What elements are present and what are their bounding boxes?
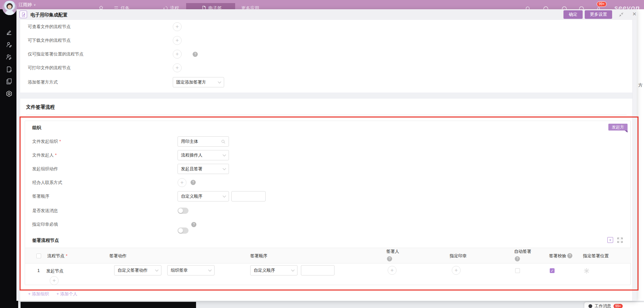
chevron-down-icon [218, 80, 221, 83]
clipped-page-text: 方 [638, 82, 643, 88]
modal-title: 电子用印集成配置 [31, 12, 68, 18]
col-position: 指定签署位置 [583, 253, 609, 259]
select-all-checkbox[interactable] [36, 254, 41, 258]
settings-icon[interactable] [562, 6, 567, 9]
work-message-label: 工作消息 [595, 303, 611, 308]
tab-more-apps[interactable]: 更多应用 [241, 5, 259, 9]
current-user[interactable]: 江雨婷 ∨ [19, 2, 36, 8]
chevron-down-icon [208, 268, 212, 271]
sign-order-select[interactable]: 自定义顺序 [178, 191, 229, 201]
verify-checkbox[interactable]: ✓ [550, 268, 555, 273]
settings-hex-icon[interactable] [6, 90, 12, 97]
sign-flow-card: 文件签署流程 组织 发起方 文件发起组织* 用印主体 文件发起人* 流程操作人 … [20, 99, 632, 301]
modal-header: 电子用印集成配置 确定 更多设置 ✕ [16, 9, 637, 20]
work-message-widget[interactable]: 工作消息 99+ [584, 302, 644, 308]
help-icon[interactable]: ? [567, 253, 572, 258]
add-signer-mode-select[interactable]: 固定添加签署方 [173, 77, 224, 87]
chevron-down-icon: ∨ [34, 3, 36, 7]
apps-icon[interactable] [579, 6, 584, 9]
esign-icon [202, 6, 206, 9]
row-order-value-input[interactable] [301, 265, 335, 275]
left-sidebar [0, 9, 18, 308]
row-seal-type-select[interactable]: 组织签章 [167, 265, 215, 275]
divider [26, 115, 627, 115]
initiator-select[interactable]: 流程操作人 [178, 150, 229, 160]
position-gear-icon[interactable] [584, 268, 590, 274]
row-node-name: 发起节点 [46, 268, 63, 274]
message-icon [588, 304, 592, 308]
field-label: 文件发起人* [32, 150, 57, 160]
nodes-title: 签署流程节点 [32, 237, 59, 244]
search-icon [221, 139, 226, 144]
modal-scrollbar[interactable] [632, 20, 636, 301]
avatar[interactable] [2, 1, 17, 15]
add-row-button[interactable]: + [607, 237, 613, 243]
add-seal-button[interactable]: + [452, 266, 461, 275]
esign-config-modal: 电子用印集成配置 确定 更多设置 ✕ 可查看文件的流程节点 + 可下载文件的流程… [16, 9, 637, 301]
search-icon[interactable] [525, 6, 531, 9]
field-label: 可打印文件的流程节点 [28, 63, 71, 73]
help-icon[interactable]: ? [387, 256, 392, 261]
tasks-icon [114, 6, 119, 9]
copy-icon[interactable] [6, 78, 12, 85]
add-node-button[interactable]: + [173, 36, 182, 45]
add-organization-link[interactable]: + 添加组织 [28, 291, 49, 297]
home-icon[interactable] [99, 5, 104, 9]
col-signer: 签署人 [386, 249, 399, 255]
workflow-icon [163, 6, 168, 9]
organization-box: 组织 发起方 文件发起组织* 用印主体 文件发起人* 流程操作人 发起组织动作 … [25, 121, 631, 285]
field-label: 签署顺序 [32, 191, 49, 201]
help-icon[interactable]: ? [191, 222, 196, 227]
tab-tasks[interactable]: 任务 [114, 5, 130, 9]
chevron-down-icon [291, 268, 295, 271]
add-signer-button[interactable]: + [388, 266, 397, 275]
person-sign-icon[interactable] [6, 41, 12, 48]
help-icon[interactable]: ? [191, 180, 196, 185]
sign-icon[interactable] [6, 29, 12, 36]
confirm-button[interactable]: 确定 [563, 10, 583, 19]
add-person-link[interactable]: + 添加个人 [57, 291, 77, 297]
initiator-ribbon: 发起方 [608, 124, 628, 131]
notification-badge: 99+ [597, 1, 607, 7]
document-sign-icon[interactable] [6, 66, 12, 73]
row-order-select[interactable]: 自定义顺序 [250, 265, 297, 275]
close-icon[interactable]: ✕ [632, 11, 637, 18]
field-label: 可查看文件的流程节点 [28, 22, 71, 32]
add-node-row-button[interactable]: + [50, 276, 59, 285]
shrink-icon[interactable] [619, 12, 624, 17]
help-icon[interactable]: ? [193, 52, 198, 57]
sign-order-value-input[interactable] [231, 191, 266, 201]
tab-esign[interactable]: 电子签 [202, 5, 222, 9]
expand-icon[interactable] [617, 237, 623, 243]
username: 江雨婷 [19, 2, 32, 8]
add-node-button[interactable]: + [173, 63, 182, 72]
chevron-down-icon [223, 167, 226, 170]
org-action-select[interactable]: 发起且签署 [178, 164, 229, 174]
col-seal: 指定印章 [450, 253, 467, 259]
seal-required-toggle[interactable] [178, 227, 189, 234]
chevron-down-icon [155, 268, 159, 271]
permissions-card: 可查看文件的流程节点 + 可下载文件的流程节点 + 仅可指定签署位置的流程节点 … [20, 20, 632, 93]
help-icon[interactable] [543, 6, 548, 9]
add-node-button[interactable]: + [173, 50, 182, 59]
add-contact-button[interactable]: + [178, 178, 186, 187]
field-label: 文件发起组织* [32, 136, 61, 147]
send-message-toggle[interactable] [178, 208, 189, 214]
auto-sign-checkbox[interactable] [515, 268, 520, 273]
row-action-select[interactable]: 自定义签署动作 [114, 265, 161, 275]
issuing-org-input[interactable]: 用印主体 [178, 136, 229, 147]
add-node-button[interactable]: + [173, 22, 182, 31]
row-index: 1 [37, 268, 40, 273]
field-label: 经办人联系方式 [32, 178, 62, 187]
page-bottom-dark-panel [21, 302, 196, 308]
people-sign-icon[interactable] [6, 54, 12, 60]
field-label: 是否发送消息 [32, 208, 58, 214]
more-settings-button[interactable]: 更多设置 [585, 10, 612, 19]
field-label: 仅可指定签署位置的流程节点 [28, 49, 84, 59]
document-pen-icon [20, 11, 27, 18]
field-label: 可下载文件的流程节点 [28, 35, 71, 46]
tab-workflow[interactable]: 流程 [163, 5, 179, 9]
page-behind-modal [636, 9, 644, 301]
brand-logo: seeyon [614, 4, 640, 9]
help-icon[interactable]: ? [515, 256, 520, 261]
